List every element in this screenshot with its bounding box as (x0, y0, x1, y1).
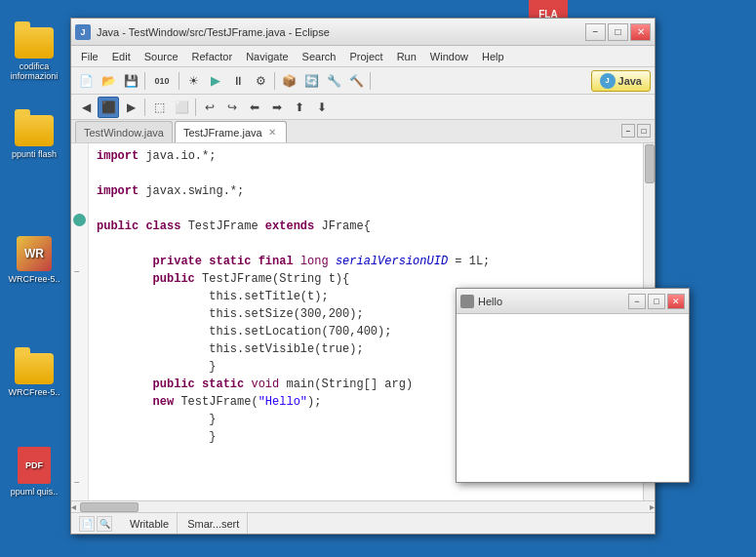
tb-play-button[interactable]: ▶ (205, 70, 226, 92)
tb2-btn7[interactable]: ↪ (221, 97, 243, 118)
tb2-sep1 (144, 99, 145, 116)
menu-file[interactable]: File (75, 49, 104, 64)
menu-source[interactable]: Source (139, 49, 184, 64)
tb2-btn8[interactable]: ⬅ (244, 97, 265, 118)
hello-title-text: Hello (478, 296, 628, 307)
tb2-btn10[interactable]: ⬆ (289, 97, 310, 118)
code-line-2: import javax.swing.*; (89, 182, 643, 200)
hello-window: Hello − □ ✕ (456, 288, 690, 483)
scroll-left-btn[interactable]: ◂ (71, 501, 76, 512)
gutter-collapse-1[interactable]: − (74, 266, 80, 277)
hello-close-button[interactable]: ✕ (667, 294, 685, 309)
java-icon: J (600, 73, 616, 89)
menu-navigate[interactable]: Navigate (240, 49, 294, 64)
tab-testwindow[interactable]: TestWindow.java (75, 121, 173, 142)
tb2-btn2[interactable]: ⬛ (98, 97, 119, 118)
hello-title-bar: Hello − □ ✕ (457, 289, 689, 314)
scrollbar-thumb-h[interactable] (80, 502, 139, 512)
menu-search[interactable]: Search (297, 49, 342, 64)
tb-pkg-button[interactable]: 📦 (278, 70, 299, 92)
code-line-4: private static final long serialVersionU… (89, 253, 643, 270)
eclipse-tab-bar: TestWindow.java TestJFrame.java ✕ − □ (71, 120, 655, 143)
tb2-btn3[interactable]: ▶ (120, 97, 141, 118)
code-line-blank-1 (89, 165, 643, 182)
tb-sun-button[interactable]: ☀ (182, 70, 204, 92)
eclipse-title-text: Java - TestWindow/src/TestJFrame.java - … (97, 26, 585, 38)
tb2-btn1[interactable]: ◀ (75, 97, 97, 118)
scroll-right-btn[interactable]: ▸ (650, 501, 655, 512)
tab-testjframe[interactable]: TestJFrame.java ✕ (175, 121, 287, 142)
tb-pause-button[interactable]: ⏸ (227, 70, 249, 92)
tab-controls: − □ (621, 124, 651, 138)
menu-project[interactable]: Project (343, 49, 388, 64)
tb2-btn4[interactable]: ⬚ (148, 97, 170, 118)
code-line-blank-3 (89, 235, 643, 253)
code-line-5: public TestJFrame(String t){ (89, 270, 643, 288)
code-line-3: public class TestJFrame extends JFrame{ (89, 218, 643, 235)
menu-edit[interactable]: Edit (106, 49, 137, 64)
hello-content-area (457, 314, 689, 482)
status-writable: Writable (122, 513, 178, 534)
hello-app-icon (460, 295, 474, 308)
desktop-icon-winrar[interactable]: WR WRCFree-5.. (6, 236, 62, 284)
menu-run[interactable]: Run (391, 49, 422, 64)
folder-icon (15, 353, 54, 384)
tab-testjframe-label: TestJFrame.java (183, 127, 262, 139)
tb-010-button[interactable]: 010 (148, 70, 176, 92)
tab-minimize-ctrl[interactable]: − (621, 124, 635, 138)
tb2-btn6[interactable]: ↩ (199, 97, 220, 118)
editor-scrollbar-horizontal[interactable]: ◂ ▸ (71, 500, 655, 512)
eclipse-minimize-button[interactable]: − (585, 23, 606, 41)
eclipse-app-icon: J (75, 24, 91, 40)
status-icon-2[interactable]: 🔍 (97, 516, 112, 532)
status-icon-1[interactable]: 📄 (79, 516, 95, 532)
desktop-icon-pdf[interactable]: PDF ppuml quis.. (6, 447, 62, 497)
menu-refactor[interactable]: Refactor (186, 49, 239, 64)
tb2-btn9[interactable]: ➡ (266, 97, 288, 118)
tb-open-button[interactable]: 📂 (98, 70, 119, 92)
folder-icon (15, 27, 54, 59)
eclipse-window-controls: − □ ✕ (585, 23, 651, 41)
tb-separator-2 (179, 72, 179, 90)
scrollbar-thumb-v[interactable] (645, 144, 655, 183)
tb2-btn5[interactable]: ⬜ (171, 97, 192, 118)
folder-icon (15, 115, 54, 146)
menu-help[interactable]: Help (476, 49, 510, 64)
eclipse-maximize-button[interactable]: □ (608, 23, 628, 41)
winrar-icon: WR (17, 236, 52, 271)
tab-testwindow-label: TestWindow.java (84, 127, 164, 139)
tb2-btn11[interactable]: ⬇ (311, 97, 333, 118)
tab-maximize-ctrl[interactable]: □ (637, 124, 651, 138)
eclipse-title-bar: J Java - TestWindow/src/TestJFrame.java … (71, 19, 655, 46)
tb-separator-3 (274, 72, 275, 90)
status-smart-insert: Smar...sert (179, 513, 248, 534)
eclipse-close-button[interactable]: ✕ (630, 23, 651, 41)
status-icons: 📄 🔍 (79, 516, 112, 532)
eclipse-menu-bar: File Edit Source Refactor Navigate Searc… (71, 46, 655, 67)
tb-settings-button[interactable]: ⚙ (250, 70, 271, 92)
hello-window-controls: − □ ✕ (628, 294, 685, 309)
hello-maximize-button[interactable]: □ (648, 294, 665, 309)
hello-minimize-button[interactable]: − (628, 294, 646, 309)
tb2-sep2 (195, 99, 196, 116)
code-line-blank-2 (89, 200, 643, 218)
eclipse-toolbar-2: ◀ ⬛ ▶ ⬚ ⬜ ↩ ↪ ⬅ ➡ ⬆ ⬇ (71, 95, 655, 120)
desktop-icon-codifica[interactable]: codificainformazioni (6, 27, 62, 81)
eclipse-toolbar-1: 📄 📂 💾 010 ☀ ▶ ⏸ ⚙ 📦 🔄 🔧 🔨 J Java (71, 67, 655, 95)
tb-new-button[interactable]: 📄 (75, 70, 97, 92)
tab-close-button[interactable]: ✕ (266, 127, 278, 138)
menu-window[interactable]: Window (424, 49, 474, 64)
editor-gutter: − − (71, 143, 89, 500)
tb-ext2-button[interactable]: 🔨 (345, 70, 367, 92)
tb-separator-4 (370, 72, 371, 90)
java-perspective-button[interactable]: J Java (591, 70, 651, 92)
tb-save-button[interactable]: 💾 (120, 70, 141, 92)
pdf-icon: PDF (18, 447, 51, 484)
eclipse-status-bar: 📄 🔍 Writable Smar...sert (71, 512, 655, 534)
tb-ext1-button[interactable]: 🔧 (323, 70, 344, 92)
tb-refresh-button[interactable]: 🔄 (300, 70, 322, 92)
desktop-icon-appunti[interactable]: ppunti flash (6, 115, 62, 159)
desktop-icon-wrcfree[interactable]: WRCFree-5.. (6, 353, 62, 397)
gutter-marker-green (73, 214, 86, 226)
gutter-collapse-2[interactable]: − (74, 477, 80, 488)
